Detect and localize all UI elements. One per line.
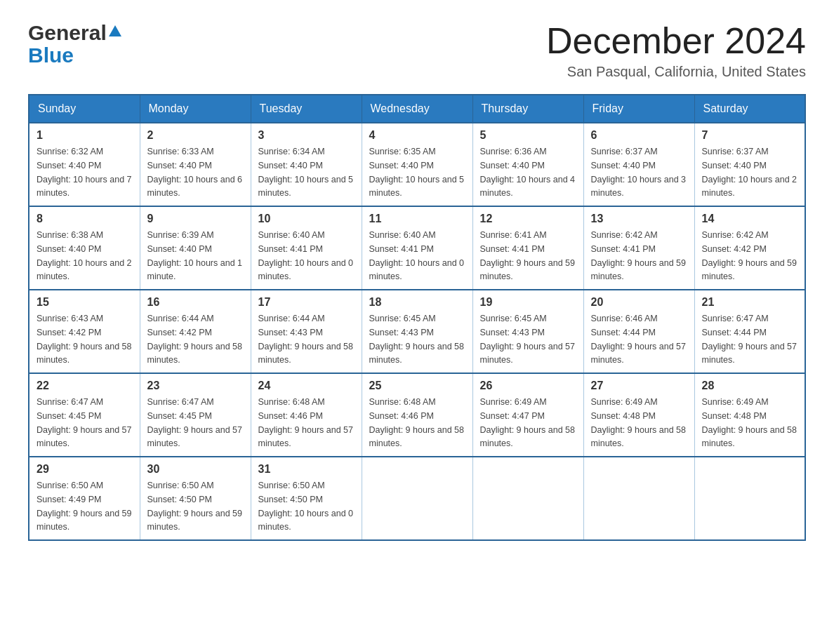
calendar-week-row: 22 Sunrise: 6:47 AMSunset: 4:45 PMDaylig… [29, 373, 805, 457]
day-info: Sunrise: 6:40 AMSunset: 4:41 PMDaylight:… [369, 230, 465, 281]
day-info: Sunrise: 6:45 AMSunset: 4:43 PMDaylight:… [480, 314, 576, 365]
calendar-week-row: 29 Sunrise: 6:50 AMSunset: 4:49 PMDaylig… [29, 457, 805, 540]
calendar-week-row: 15 Sunrise: 6:43 AMSunset: 4:42 PMDaylig… [29, 290, 805, 373]
day-number: 24 [258, 380, 355, 392]
day-info: Sunrise: 6:43 AMSunset: 4:42 PMDaylight:… [37, 314, 132, 365]
day-number: 15 [37, 296, 133, 309]
col-monday: Monday [140, 95, 251, 123]
logo-general-text: General [28, 21, 107, 45]
day-info: Sunrise: 6:48 AMSunset: 4:46 PMDaylight:… [258, 397, 354, 448]
logo-triangle-icon [109, 25, 121, 36]
day-number: 5 [480, 129, 576, 142]
day-info: Sunrise: 6:47 AMSunset: 4:45 PMDaylight:… [37, 397, 132, 448]
day-info: Sunrise: 6:50 AMSunset: 4:49 PMDaylight:… [37, 481, 132, 532]
day-info: Sunrise: 6:37 AMSunset: 4:40 PMDaylight:… [591, 147, 687, 198]
day-number: 22 [37, 380, 133, 392]
day-number: 26 [480, 380, 576, 392]
day-number: 6 [591, 129, 687, 142]
day-number: 30 [147, 463, 244, 476]
day-number: 17 [258, 296, 355, 309]
table-row: 4 Sunrise: 6:35 AMSunset: 4:40 PMDayligh… [362, 123, 472, 206]
day-number: 29 [37, 463, 133, 476]
day-number: 14 [702, 213, 798, 225]
day-info: Sunrise: 6:41 AMSunset: 4:41 PMDaylight:… [480, 230, 576, 281]
day-info: Sunrise: 6:33 AMSunset: 4:40 PMDaylight:… [147, 147, 243, 198]
table-row: 22 Sunrise: 6:47 AMSunset: 4:45 PMDaylig… [29, 373, 140, 457]
day-number: 3 [258, 129, 355, 142]
title-section: December 2024 San Pasqual, California, U… [546, 21, 806, 80]
day-info: Sunrise: 6:48 AMSunset: 4:46 PMDaylight:… [369, 397, 465, 448]
table-row: 9 Sunrise: 6:39 AMSunset: 4:40 PMDayligh… [140, 206, 251, 290]
day-number: 4 [369, 129, 465, 142]
calendar-header-row: Sunday Monday Tuesday Wednesday Thursday… [29, 95, 805, 123]
table-row: 16 Sunrise: 6:44 AMSunset: 4:42 PMDaylig… [140, 290, 251, 373]
day-info: Sunrise: 6:49 AMSunset: 4:48 PMDaylight:… [591, 397, 687, 448]
table-row: 31 Sunrise: 6:50 AMSunset: 4:50 PMDaylig… [251, 457, 362, 540]
table-row: 25 Sunrise: 6:48 AMSunset: 4:46 PMDaylig… [362, 373, 472, 457]
day-info: Sunrise: 6:40 AMSunset: 4:41 PMDaylight:… [258, 230, 354, 281]
day-number: 2 [147, 129, 244, 142]
table-row: 13 Sunrise: 6:42 AMSunset: 4:41 PMDaylig… [583, 206, 694, 290]
day-info: Sunrise: 6:46 AMSunset: 4:44 PMDaylight:… [591, 314, 687, 365]
day-info: Sunrise: 6:49 AMSunset: 4:47 PMDaylight:… [480, 397, 576, 448]
table-row: 10 Sunrise: 6:40 AMSunset: 4:41 PMDaylig… [251, 206, 362, 290]
table-row: 1 Sunrise: 6:32 AMSunset: 4:40 PMDayligh… [29, 123, 140, 206]
table-row: 21 Sunrise: 6:47 AMSunset: 4:44 PMDaylig… [694, 290, 805, 373]
col-sunday: Sunday [29, 95, 140, 123]
table-row: 11 Sunrise: 6:40 AMSunset: 4:41 PMDaylig… [362, 206, 472, 290]
table-row: 30 Sunrise: 6:50 AMSunset: 4:50 PMDaylig… [140, 457, 251, 540]
table-row: 18 Sunrise: 6:45 AMSunset: 4:43 PMDaylig… [362, 290, 472, 373]
day-info: Sunrise: 6:37 AMSunset: 4:40 PMDaylight:… [702, 147, 797, 198]
day-info: Sunrise: 6:47 AMSunset: 4:44 PMDaylight:… [702, 314, 797, 365]
table-row: 5 Sunrise: 6:36 AMSunset: 4:40 PMDayligh… [472, 123, 583, 206]
day-number: 9 [147, 213, 244, 225]
table-row: 2 Sunrise: 6:33 AMSunset: 4:40 PMDayligh… [140, 123, 251, 206]
calendar-week-row: 1 Sunrise: 6:32 AMSunset: 4:40 PMDayligh… [29, 123, 805, 206]
table-row: 15 Sunrise: 6:43 AMSunset: 4:42 PMDaylig… [29, 290, 140, 373]
table-row: 24 Sunrise: 6:48 AMSunset: 4:46 PMDaylig… [251, 373, 362, 457]
day-info: Sunrise: 6:45 AMSunset: 4:43 PMDaylight:… [369, 314, 465, 365]
day-number: 23 [147, 380, 244, 392]
day-info: Sunrise: 6:35 AMSunset: 4:40 PMDaylight:… [369, 147, 465, 198]
day-number: 11 [369, 213, 465, 225]
day-number: 25 [369, 380, 465, 392]
day-info: Sunrise: 6:32 AMSunset: 4:40 PMDaylight:… [37, 147, 132, 198]
day-number: 28 [702, 380, 798, 392]
table-row: 7 Sunrise: 6:37 AMSunset: 4:40 PMDayligh… [694, 123, 805, 206]
day-info: Sunrise: 6:38 AMSunset: 4:40 PMDaylight:… [37, 230, 132, 281]
calendar-table: Sunday Monday Tuesday Wednesday Thursday… [28, 94, 806, 541]
table-row: 3 Sunrise: 6:34 AMSunset: 4:40 PMDayligh… [251, 123, 362, 206]
day-number: 10 [258, 213, 355, 225]
table-row: 8 Sunrise: 6:38 AMSunset: 4:40 PMDayligh… [29, 206, 140, 290]
day-number: 13 [591, 213, 687, 225]
table-row [362, 457, 472, 540]
day-number: 31 [258, 463, 355, 476]
day-number: 8 [37, 213, 133, 225]
day-info: Sunrise: 6:44 AMSunset: 4:43 PMDaylight:… [258, 314, 354, 365]
day-info: Sunrise: 6:39 AMSunset: 4:40 PMDaylight:… [147, 230, 243, 281]
day-info: Sunrise: 6:50 AMSunset: 4:50 PMDaylight:… [147, 481, 243, 532]
table-row: 6 Sunrise: 6:37 AMSunset: 4:40 PMDayligh… [583, 123, 694, 206]
day-info: Sunrise: 6:42 AMSunset: 4:42 PMDaylight:… [702, 230, 797, 281]
col-friday: Friday [583, 95, 694, 123]
table-row: 26 Sunrise: 6:49 AMSunset: 4:47 PMDaylig… [472, 373, 583, 457]
location-text: San Pasqual, California, United States [546, 64, 806, 80]
day-number: 1 [37, 129, 133, 142]
logo-blue-text: Blue [28, 43, 74, 67]
table-row: 12 Sunrise: 6:41 AMSunset: 4:41 PMDaylig… [472, 206, 583, 290]
logo: General Blue [28, 21, 121, 67]
col-wednesday: Wednesday [362, 95, 472, 123]
day-info: Sunrise: 6:42 AMSunset: 4:41 PMDaylight:… [591, 230, 687, 281]
table-row: 28 Sunrise: 6:49 AMSunset: 4:48 PMDaylig… [694, 373, 805, 457]
table-row [694, 457, 805, 540]
table-row: 19 Sunrise: 6:45 AMSunset: 4:43 PMDaylig… [472, 290, 583, 373]
table-row [472, 457, 583, 540]
day-number: 27 [591, 380, 687, 392]
table-row: 17 Sunrise: 6:44 AMSunset: 4:43 PMDaylig… [251, 290, 362, 373]
page-header: General Blue December 2024 San Pasqual, … [28, 21, 806, 80]
month-title: December 2024 [546, 21, 806, 61]
day-number: 16 [147, 296, 244, 309]
day-number: 18 [369, 296, 465, 309]
day-number: 21 [702, 296, 798, 309]
table-row [583, 457, 694, 540]
